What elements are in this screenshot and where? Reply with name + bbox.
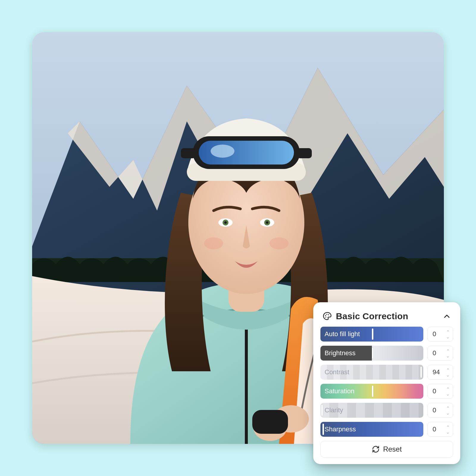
- svg-rect-20: [252, 410, 288, 434]
- basic-correction-panel: Basic Correction Auto fill light 0 ⌃⌃ Br…: [313, 302, 460, 464]
- stepper-value: 94: [433, 368, 440, 376]
- control-brightness: Brightness 0 ⌃⌃: [320, 346, 453, 361]
- slider-clarity[interactable]: Clarity: [320, 403, 423, 418]
- stepper-clarity[interactable]: 0 ⌃⌃: [428, 403, 453, 418]
- stepper-value: 0: [433, 406, 436, 414]
- slider-label: Contrast: [325, 368, 349, 376]
- control-saturation: Saturation 0 ⌃⌃: [320, 384, 453, 399]
- svg-point-23: [328, 314, 329, 315]
- chevron-up-icon[interactable]: [442, 312, 451, 321]
- slider-label: Saturation: [325, 387, 354, 395]
- slider-contrast[interactable]: Contrast: [320, 365, 423, 380]
- svg-point-24: [325, 317, 326, 317]
- svg-point-22: [326, 314, 327, 315]
- stepper-auto-fill-light[interactable]: 0 ⌃⌃: [428, 327, 453, 342]
- svg-rect-16: [181, 148, 196, 158]
- reset-button[interactable]: Reset: [320, 441, 453, 458]
- stepper-arrows-icon: ⌃⌃: [446, 369, 450, 375]
- svg-point-10: [204, 237, 223, 249]
- svg-point-9: [266, 221, 268, 224]
- panel-title: Basic Correction: [336, 311, 408, 321]
- stepper-brightness[interactable]: 0 ⌃⌃: [428, 346, 453, 361]
- stepper-arrows-icon: ⌃⌃: [446, 331, 450, 337]
- slider-saturation[interactable]: Saturation: [320, 384, 423, 399]
- stepper-saturation[interactable]: 0 ⌃⌃: [428, 384, 453, 399]
- slider-brightness[interactable]: Brightness: [320, 346, 423, 361]
- svg-point-21: [325, 315, 326, 316]
- stepper-value: 0: [433, 330, 436, 338]
- control-sharpness: Sharpness 0 ⌃⌃: [320, 422, 453, 437]
- reset-label: Reset: [383, 445, 402, 453]
- slider-label: Sharpness: [325, 425, 356, 433]
- reset-icon: [372, 445, 380, 453]
- slider-sharpness[interactable]: Sharpness: [320, 422, 423, 437]
- svg-point-11: [270, 237, 289, 249]
- stepper-value: 0: [433, 425, 436, 433]
- stepper-contrast[interactable]: 94 ⌃⌃: [428, 365, 453, 380]
- slider-label: Brightness: [325, 349, 356, 357]
- svg-point-15: [211, 145, 234, 158]
- slider-auto-fill-light[interactable]: Auto fill light: [320, 327, 423, 342]
- stepper-value: 0: [433, 349, 436, 357]
- stepper-value: 0: [433, 387, 436, 395]
- stepper-arrows-icon: ⌃⌃: [446, 407, 450, 413]
- control-clarity: Clarity 0 ⌃⌃: [320, 403, 453, 418]
- palette-icon: [322, 311, 332, 321]
- control-auto-fill-light: Auto fill light 0 ⌃⌃: [320, 327, 453, 342]
- stepper-sharpness[interactable]: 0 ⌃⌃: [428, 422, 453, 437]
- slider-label: Clarity: [325, 406, 343, 414]
- stepper-arrows-icon: ⌃⌃: [446, 426, 450, 432]
- slider-label: Auto fill light: [325, 330, 360, 338]
- svg-point-8: [224, 221, 227, 224]
- stepper-arrows-icon: ⌃⌃: [446, 388, 450, 394]
- svg-rect-17: [297, 148, 312, 158]
- stepper-arrows-icon: ⌃⌃: [446, 350, 450, 356]
- control-contrast: Contrast 94 ⌃⌃: [320, 365, 453, 380]
- panel-header[interactable]: Basic Correction: [320, 309, 453, 327]
